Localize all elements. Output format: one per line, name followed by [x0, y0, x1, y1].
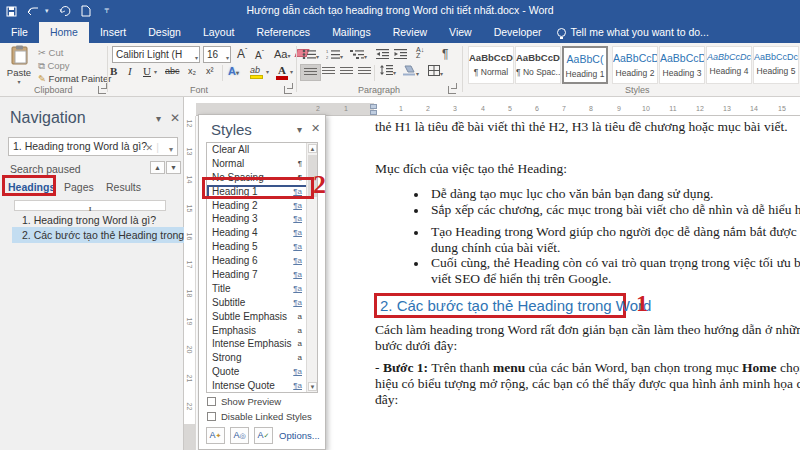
navigation-search-input[interactable]: 1. Heading trong Word là gì? ✕ | ▾ — [8, 137, 178, 156]
align-right-button[interactable] — [340, 67, 353, 76]
shrink-font-button[interactable]: Aˇ — [255, 49, 264, 61]
multilevel-list-button[interactable]: ▾ — [350, 49, 367, 61]
font-size-dropdown-icon[interactable]: ▾ — [226, 51, 229, 63]
line-spacing-button[interactable]: ▾ — [380, 65, 396, 77]
style-item-subtitle[interactable]: Subtitle¶a — [207, 296, 317, 310]
cut-button[interactable]: ✂ Cut — [38, 47, 63, 58]
ruler-number: 22 — [186, 403, 193, 411]
tab-review[interactable]: Review — [382, 22, 438, 43]
change-case-button[interactable]: Aa▾ — [274, 48, 290, 60]
align-center-button[interactable] — [322, 67, 335, 76]
style-heading-2[interactable]: AaBbCcDHeading 2 — [612, 46, 658, 84]
hanging-indent-marker[interactable] — [370, 110, 377, 115]
style-item-heading-2[interactable]: Heading 2¶a — [207, 199, 317, 213]
tab-references[interactable]: References — [245, 22, 321, 43]
vertical-ruler[interactable]: 12 13 14 15 16 17 18 19 20 21 22 — [184, 116, 196, 450]
borders-button[interactable]: ▾ — [428, 65, 443, 78]
tab-home[interactable]: Home — [39, 22, 89, 43]
increase-indent-button[interactable] — [394, 49, 407, 61]
nav-tab-pages[interactable]: Pages — [64, 181, 94, 193]
paste-dropdown-icon[interactable]: ▾ — [6, 78, 32, 85]
font-color-button[interactable]: A — [276, 64, 288, 80]
navigation-close-icon[interactable]: ✕ — [170, 111, 180, 125]
style-item-strong[interactable]: Stronga — [207, 351, 317, 365]
search-dropdown-icon[interactable]: ▾ — [169, 141, 173, 158]
disable-linked-styles-checkbox[interactable] — [207, 412, 216, 421]
style-item-intense-emphasis[interactable]: Intense Emphasisa — [207, 337, 317, 351]
style-heading-3[interactable]: AaBbCcDHeading 3 — [659, 46, 705, 84]
tab-insert[interactable]: Insert — [89, 22, 137, 43]
tab-file[interactable]: File — [0, 22, 39, 43]
style-item-emphasis[interactable]: Emphasisa — [207, 324, 317, 338]
style-item-heading-7[interactable]: Heading 7¶a — [207, 268, 317, 282]
tell-me-box[interactable]: Tell me what you want to do... — [553, 22, 717, 43]
underline-button[interactable]: U — [143, 65, 151, 77]
align-left-button[interactable] — [300, 64, 321, 81]
style-heading-1[interactable]: AaBbC(Heading 1 — [562, 46, 608, 84]
text-effects-button[interactable]: A▾ — [228, 65, 239, 77]
tab-developer[interactable]: Developer — [483, 22, 553, 43]
style-item-intense-quote[interactable]: Intense Quote¶a — [207, 379, 317, 393]
styles-panel-close-icon[interactable]: ✕ — [311, 122, 320, 135]
superscript-button[interactable]: x² — [206, 66, 214, 76]
copy-button[interactable]: ⧉ Copy — [38, 60, 70, 72]
styles-panel-dropdown-icon[interactable]: ▾ — [297, 124, 302, 135]
font-size-combo[interactable]: 16▾ — [203, 46, 231, 63]
nav-tab-results[interactable]: Results — [106, 181, 141, 193]
decrease-indent-button[interactable] — [376, 49, 389, 61]
style-item-heading-6[interactable]: Heading 6¶a — [207, 254, 317, 268]
style-item-heading-3[interactable]: Heading 3¶a — [207, 212, 317, 226]
font-dialog-launcher[interactable] — [284, 86, 292, 94]
font-color-dropdown-icon[interactable]: ▾ — [290, 68, 293, 75]
style-normal[interactable]: AaBbCcDc¶ Normal — [468, 46, 514, 84]
font-name-combo[interactable]: Calibri Light (H▾ — [112, 46, 200, 63]
scroll-down-icon[interactable]: ▼ — [308, 382, 317, 391]
bullets-button[interactable]: ▾ — [302, 49, 319, 61]
clear-search-icon[interactable]: ✕ — [145, 140, 153, 157]
highlight-button[interactable]: ab — [250, 65, 263, 79]
show-preview-checkbox[interactable] — [207, 397, 216, 406]
sort-button[interactable]: A↓Z — [416, 47, 424, 59]
style-item-heading-5[interactable]: Heading 5¶a — [207, 240, 317, 254]
italic-button[interactable]: I — [128, 65, 132, 77]
style-item-subtle-emphasis[interactable]: Subtle Emphasisa — [207, 310, 317, 324]
grow-font-button[interactable]: Aˆ — [237, 47, 247, 61]
strikethrough-button[interactable]: abc — [165, 66, 180, 76]
font-name-dropdown-icon[interactable]: ▾ — [195, 51, 198, 63]
shading-button[interactable]: ▾ — [402, 65, 419, 78]
justify-button[interactable] — [358, 67, 371, 76]
style-heading-5[interactable]: AaBbCcDcHeading 5 — [753, 46, 799, 84]
previous-result-button[interactable]: ▲ — [150, 161, 165, 174]
style-item-title[interactable]: Title¶a — [207, 282, 317, 296]
highlight-dropdown-icon[interactable]: ▾ — [266, 68, 269, 75]
style-no-spacing[interactable]: AaBbCcDc¶ No Spac... — [515, 46, 561, 84]
tab-mailings[interactable]: Mailings — [321, 22, 382, 43]
paste-button[interactable]: Paste ▾ — [6, 45, 32, 85]
paragraph-dialog-launcher[interactable] — [448, 86, 456, 94]
style-item-normal[interactable]: Normal¶ — [207, 157, 317, 171]
first-line-indent-marker[interactable] — [370, 104, 377, 109]
tab-view[interactable]: View — [438, 22, 483, 43]
show-marks-button[interactable]: ¶ — [442, 47, 448, 61]
next-result-button[interactable]: ▼ — [166, 161, 181, 174]
style-item-heading-4[interactable]: Heading 4¶a — [207, 226, 317, 240]
numbering-button[interactable]: 12▾ — [326, 49, 343, 61]
tab-design[interactable]: Design — [137, 22, 192, 43]
navigation-options-dropdown-icon[interactable]: ▾ — [156, 113, 161, 124]
style-item-quote[interactable]: Quote¶a — [207, 365, 317, 379]
options-link[interactable]: Options... — [279, 430, 320, 441]
manage-styles-button[interactable]: A✓ — [254, 427, 273, 444]
nav-heading-item-2[interactable]: 2. Các bước tạo thẻ Heading trong... — [22, 229, 193, 241]
subscript-button[interactable]: x₂ — [188, 66, 196, 76]
clipboard-dialog-launcher[interactable] — [98, 86, 106, 94]
new-style-button[interactable]: A✦ — [206, 427, 225, 444]
bold-button[interactable]: B — [110, 65, 117, 77]
style-heading-4[interactable]: AaBbCcDcHeading 4 — [706, 46, 752, 84]
scroll-up-icon[interactable]: ▲ — [308, 144, 317, 153]
style-item-clear-all[interactable]: Clear All — [207, 143, 317, 157]
nav-heading-item-1[interactable]: 1. Heading trong Word là gì? — [22, 214, 156, 226]
nav-list-top-marker[interactable]: I — [14, 200, 166, 211]
style-inspector-button[interactable]: A◎ — [230, 427, 249, 444]
tab-layout[interactable]: Layout — [192, 22, 246, 43]
underline-dropdown-icon[interactable]: ▾ — [154, 68, 157, 75]
